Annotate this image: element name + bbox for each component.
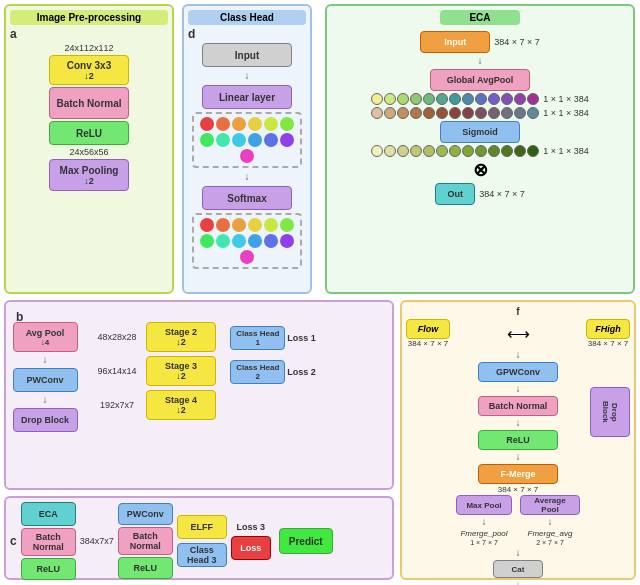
input-size-e: 384 × 7 × 7 xyxy=(494,37,540,47)
section-c-label: c xyxy=(10,534,17,548)
eca-row3: 1 × 1 × 384 xyxy=(371,145,589,157)
stage3-size: 96x14x14 xyxy=(92,366,142,376)
section-d: Class Head d Input ↓ Linear layer xyxy=(182,4,312,294)
circle-d10 xyxy=(248,133,262,147)
circle-d9 xyxy=(232,133,246,147)
eca-circles1 xyxy=(371,93,539,105)
eca-row2: 1 × 1 × 384 xyxy=(371,107,589,119)
circle-d12 xyxy=(280,133,294,147)
batch-normal-a: Batch Normal xyxy=(49,87,129,119)
circle-d26 xyxy=(240,250,254,264)
fhigh-size: 384 × 7 × 7 xyxy=(588,339,628,348)
circles-d2 xyxy=(192,213,302,269)
section-a-label: a xyxy=(10,27,168,41)
b-middle: 48x28x28 Stage 2 ↓2 96x14x14 Stage 3 ↓2 … xyxy=(84,322,224,420)
section-f: f Flow 384 × 7 × 7 ⟷ FHigh 384 × 7 × 7 ↓… xyxy=(400,300,636,580)
input-d: Input xyxy=(202,43,292,67)
circle-d22 xyxy=(232,234,246,248)
f-arrow-in: ⟷ xyxy=(458,324,578,343)
section-e: ECA Input 384 × 7 × 7 ↓ Global AvgPool xyxy=(325,4,635,294)
section-d-title: Class Head xyxy=(188,10,306,25)
stage4-row: 192x7x7 Stage 4 ↓2 xyxy=(92,390,216,420)
c-pwconv: PWConv Batch Normal ReLU xyxy=(118,503,173,579)
max-pooling-a: Max Pooling ↓2 xyxy=(49,159,129,191)
size-1x1x384-e3: 1 × 1 × 384 xyxy=(543,146,589,156)
circle-d7 xyxy=(200,133,214,147)
out-size-e: 384 × 7 × 7 xyxy=(479,189,525,199)
circle-d16 xyxy=(232,218,246,232)
flow-label: Flow xyxy=(406,319,450,339)
circle-d5 xyxy=(264,117,278,131)
fmerge-avg-label: Fmerge_avg xyxy=(528,529,573,538)
arrow-d1: ↓ xyxy=(245,70,250,82)
f-pool-row: Max Pool ↓ Fmerge_pool 1 × 7 × 7 Average… xyxy=(456,495,580,546)
conv-box: Conv 3x3 ↓2 xyxy=(49,55,129,85)
section-e-title: ECA xyxy=(440,10,520,25)
f-inputs: Flow 384 × 7 × 7 ⟷ FHigh 384 × 7 × 7 xyxy=(406,319,630,348)
b-left: Avg Pool ↓4 ↓ PWConv ↓ Drop Block xyxy=(10,322,80,432)
flow-col: Flow 384 × 7 × 7 xyxy=(406,319,450,348)
circle-d23 xyxy=(248,234,262,248)
circles-d1 xyxy=(192,112,302,168)
relu-c: ReLU xyxy=(21,558,76,580)
input-size-a: 24x112x112 xyxy=(64,43,113,53)
loss1: Loss 1 xyxy=(287,333,316,343)
class-head2: Class Head 2 xyxy=(230,360,285,384)
section-b-content: Avg Pool ↓4 ↓ PWConv ↓ Drop Block 48x28x… xyxy=(10,322,388,482)
c-loss: Loss 3 Loss xyxy=(231,522,271,560)
loss-c: Loss xyxy=(231,536,271,560)
section-d-label: d xyxy=(188,27,306,41)
circle-d6 xyxy=(280,117,294,131)
linear-layer-d: Linear layer xyxy=(202,85,292,109)
elff-c: ELFF xyxy=(177,515,227,539)
ch2-row: Class Head 2 Loss 2 xyxy=(230,360,316,384)
input-e: Input xyxy=(420,31,490,53)
size-1x7x7-l: 1 × 7 × 7 xyxy=(470,539,498,546)
batch-normal-c2: Batch Normal xyxy=(118,527,173,555)
circle-d17 xyxy=(248,218,262,232)
fhigh-col: FHigh 384 × 7 × 7 xyxy=(586,319,630,348)
eca-circles3 xyxy=(371,145,539,157)
size-2x7x7: 2 × 7 × 7 xyxy=(536,539,564,546)
section-c: c ECA Batch Normal ReLU 384x7x7 PWConv B… xyxy=(4,496,394,580)
stage4-size: 192x7x7 xyxy=(92,400,142,410)
loss3-c: Loss 3 xyxy=(236,522,265,532)
stage2-box: Stage 2 ↓2 xyxy=(146,322,216,352)
fmerge-f: F-Merge xyxy=(478,464,558,484)
stage3-box: Stage 3 ↓2 xyxy=(146,356,216,386)
max-pool-f: Max Pool xyxy=(456,495,512,515)
section-a: Image Pre-processing a 24x112x112 Conv 3… xyxy=(4,4,174,294)
circle-d4 xyxy=(248,117,262,131)
predict-c[interactable]: Predict xyxy=(279,528,333,554)
circle-d2 xyxy=(216,117,230,131)
stage3-row: 96x14x14 Stage 3 ↓2 xyxy=(92,356,216,386)
circle-d11 xyxy=(264,133,278,147)
sigmoid-e: Sigmoid xyxy=(440,121,520,143)
size-1x1x384-e1: 1 × 1 × 384 xyxy=(543,94,589,104)
eca-c: ECA xyxy=(21,502,76,526)
size-1x1x384-e2: 1 × 1 × 384 xyxy=(543,108,589,118)
drop-block-b: Drop Block xyxy=(13,408,78,432)
circle-d8 xyxy=(216,133,230,147)
arrow-d2: ↓ xyxy=(245,171,250,183)
circle-d20 xyxy=(200,234,214,248)
circle-d1 xyxy=(200,117,214,131)
cat-f: Cat xyxy=(493,560,543,578)
circle-d24 xyxy=(264,234,278,248)
section-c-content: c ECA Batch Normal ReLU 384x7x7 PWConv B… xyxy=(10,502,388,580)
circle-d18 xyxy=(264,218,278,232)
circle-d14 xyxy=(200,218,214,232)
output-size-a: 24x56x56 xyxy=(69,147,108,157)
softmax-d: Softmax xyxy=(202,186,292,210)
circle-d21 xyxy=(216,234,230,248)
fhigh-label: FHigh xyxy=(586,319,630,339)
pwconv-c: PWConv xyxy=(118,503,173,525)
fmerge-size-f: 384 × 7 × 7 xyxy=(498,485,538,494)
class-head3-c: Class Head 3 xyxy=(177,543,227,567)
c-size: 384x7x7 xyxy=(80,536,114,546)
circle-d25 xyxy=(280,234,294,248)
eca-circles2 xyxy=(371,107,539,119)
average-pool-f: Average Pool xyxy=(520,495,580,515)
relu-a: ReLU xyxy=(49,121,129,145)
section-b-label: b xyxy=(16,310,394,324)
